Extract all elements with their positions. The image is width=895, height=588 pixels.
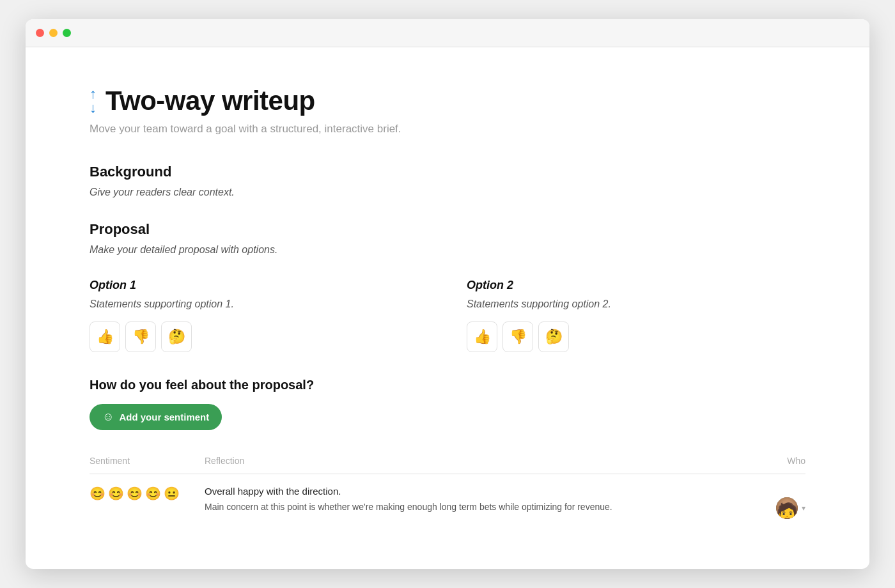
main-content: ↑ ↓ Two-way writeup Move your team towar… [26, 47, 869, 569]
emoji-5: 😐 [164, 486, 180, 501]
page-header: ↑ ↓ Two-way writeup [90, 86, 805, 116]
background-heading: Background [90, 164, 805, 180]
option-2-thinking[interactable]: 🤔 [538, 321, 569, 352]
sentiment-question: How do you feel about the proposal? [90, 378, 805, 392]
traffic-lights [36, 29, 71, 37]
emoji-4: 😊 [145, 486, 161, 501]
background-section: Background Give your readers clear conte… [90, 164, 805, 198]
options-row: Option 1 Statements supporting option 1.… [90, 279, 805, 352]
page-subtitle: Move your team toward a goal with a stru… [90, 123, 805, 135]
table-header-row: Sentiment Reflection Who [90, 451, 805, 474]
option-2-heading: Option 2 [467, 279, 805, 292]
background-body: Give your readers clear context. [90, 187, 805, 198]
option-1-text: Statements supporting option 1. [90, 298, 428, 310]
sentiment-table: Sentiment Reflection Who 😊 😊 😊 😊 [90, 451, 805, 524]
reflection-sub: Main concern at this point is whether we… [205, 500, 754, 514]
option-2-thumbs-down[interactable]: 👎 [502, 321, 533, 352]
maximize-button[interactable] [63, 29, 71, 37]
option-2-reactions: 👍 👎 🤔 [467, 321, 805, 352]
close-button[interactable] [36, 29, 44, 37]
proposal-heading: Proposal [90, 221, 805, 238]
avatar-inner: 🧑 [776, 497, 798, 519]
col-header-who: Who [754, 451, 805, 474]
option-2-thumbs-up[interactable]: 👍 [467, 321, 497, 352]
option-1-thinking[interactable]: 🤔 [161, 321, 192, 352]
emoji-3: 😊 [127, 486, 143, 501]
page-icon: ↑ ↓ [90, 87, 95, 115]
option-1-thumbs-down[interactable]: 👎 [125, 321, 156, 352]
option-1-reactions: 👍 👎 🤔 [90, 321, 428, 352]
who-cell: 🧑 ▾ [754, 486, 805, 519]
add-sentiment-label: Add your sentiment [119, 412, 209, 422]
chevron-down-icon[interactable]: ▾ [802, 504, 805, 513]
emoji-row: 😊 😊 😊 😊 😐 [90, 486, 205, 501]
page-title: Two-way writeup [105, 86, 315, 116]
sentiment-cell: 😊 😊 😊 😊 😐 [90, 474, 205, 525]
table-row: 😊 😊 😊 😊 😐 Overall happy with the directi… [90, 474, 805, 525]
who-cell-container: 🧑 ▾ [754, 474, 805, 525]
col-header-reflection: Reflection [205, 451, 754, 474]
proposal-section: Proposal Make your detailed proposal wit… [90, 221, 805, 256]
avatar-face: 🧑 [776, 504, 798, 519]
sentiment-section: How do you feel about the proposal? ☺ Ad… [90, 378, 805, 524]
avatar[interactable]: 🧑 [776, 497, 798, 519]
col-header-sentiment: Sentiment [90, 451, 205, 474]
proposal-body: Make your detailed proposal with options… [90, 244, 805, 256]
reflection-main: Overall happy with the direction. [205, 486, 754, 497]
option-2-block: Option 2 Statements supporting option 2.… [467, 279, 805, 352]
option-1-block: Option 1 Statements supporting option 1.… [90, 279, 428, 352]
option-1-thumbs-up[interactable]: 👍 [90, 321, 120, 352]
add-sentiment-button[interactable]: ☺ Add your sentiment [90, 404, 222, 430]
minimize-button[interactable] [49, 29, 58, 37]
app-window: ↑ ↓ Two-way writeup Move your team towar… [26, 19, 869, 569]
option-2-text: Statements supporting option 2. [467, 298, 805, 310]
emoji-1: 😊 [90, 486, 105, 501]
option-1-heading: Option 1 [90, 279, 428, 292]
reflection-cell: Overall happy with the direction. Main c… [205, 474, 754, 525]
emoji-2: 😊 [108, 486, 124, 501]
smiley-icon: ☺ [102, 410, 114, 424]
titlebar [26, 19, 869, 47]
